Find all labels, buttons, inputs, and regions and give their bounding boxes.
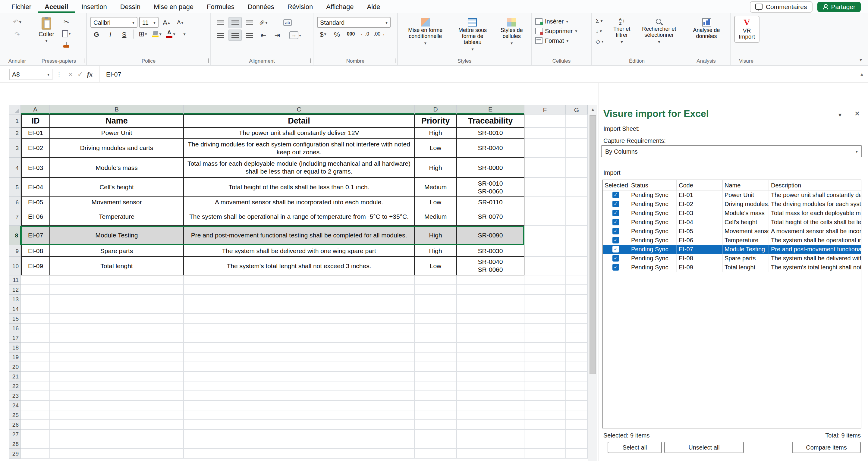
tab-formules[interactable]: Formules bbox=[200, 0, 241, 13]
dialog-launcher-icon[interactable] bbox=[391, 58, 396, 63]
conditional-formatting-button[interactable]: Mise en forme conditionnelle ▾ bbox=[401, 16, 450, 53]
empty-cell[interactable] bbox=[184, 381, 415, 391]
column-header-b[interactable]: B bbox=[50, 105, 184, 115]
share-button[interactable]: Partager bbox=[817, 1, 861, 12]
empty-cell[interactable] bbox=[566, 439, 588, 449]
empty-cell[interactable] bbox=[566, 430, 588, 439]
import-row[interactable]: ✓ Pending Sync EI-03 Module's mass Total… bbox=[603, 209, 861, 218]
empty-cell[interactable] bbox=[21, 285, 50, 295]
empty-cell[interactable] bbox=[566, 314, 588, 324]
row-checkbox[interactable]: ✓ bbox=[613, 264, 619, 271]
empty-cell[interactable] bbox=[415, 430, 457, 439]
empty-cell[interactable] bbox=[21, 362, 50, 372]
empty-cell[interactable] bbox=[566, 362, 588, 372]
empty-cell[interactable] bbox=[457, 324, 524, 333]
empty-cell[interactable] bbox=[524, 275, 566, 285]
empty-cell[interactable] bbox=[524, 343, 566, 352]
decrease-decimal-button[interactable]: .00→ bbox=[373, 29, 386, 39]
cell[interactable]: Temperature bbox=[50, 207, 184, 226]
empty-cell[interactable] bbox=[457, 420, 524, 430]
decrease-indent-button[interactable]: ⇤ bbox=[257, 30, 270, 40]
tab-aide[interactable]: Aide bbox=[361, 0, 387, 13]
tab-affichage[interactable]: Affichage bbox=[319, 0, 360, 13]
empty-cell[interactable] bbox=[21, 439, 50, 449]
cell[interactable]: Total lenght bbox=[50, 257, 184, 275]
empty-cell[interactable] bbox=[184, 439, 415, 449]
scrollbar-thumb[interactable] bbox=[590, 115, 596, 374]
empty-cell[interactable] bbox=[566, 139, 588, 158]
row-header[interactable]: 24 bbox=[9, 401, 21, 410]
row-header[interactable]: 19 bbox=[9, 352, 21, 362]
empty-cell[interactable] bbox=[184, 324, 415, 333]
empty-cell[interactable] bbox=[415, 381, 457, 391]
empty-cell[interactable] bbox=[566, 449, 588, 459]
import-row[interactable]: ✓ Pending Sync EI-04 Cell's height Total… bbox=[603, 218, 861, 226]
increase-decimal-button[interactable]: ←.0 bbox=[359, 29, 371, 39]
empty-cell[interactable] bbox=[50, 410, 184, 420]
empty-cell[interactable] bbox=[524, 381, 566, 391]
empty-cell[interactable] bbox=[184, 372, 415, 381]
row-checkbox[interactable]: ✓ bbox=[613, 246, 619, 252]
cell[interactable]: SR-0030 bbox=[457, 245, 524, 257]
empty-cell[interactable] bbox=[184, 410, 415, 420]
select-all-corner[interactable] bbox=[9, 105, 21, 115]
cell[interactable]: SR-0010 bbox=[457, 128, 524, 139]
row-header[interactable]: 20 bbox=[9, 362, 21, 372]
row-checkbox[interactable]: ✓ bbox=[613, 219, 619, 225]
empty-cell[interactable] bbox=[524, 420, 566, 430]
empty-cell[interactable] bbox=[524, 352, 566, 362]
empty-cell[interactable] bbox=[524, 449, 566, 459]
empty-cell[interactable] bbox=[50, 381, 184, 391]
increase-indent-button[interactable]: ⇥ bbox=[271, 30, 283, 40]
empty-cell[interactable] bbox=[184, 401, 415, 410]
empty-cell[interactable] bbox=[457, 430, 524, 439]
cell[interactable]: Driving modules and carts bbox=[50, 139, 184, 158]
empty-cell[interactable] bbox=[566, 285, 588, 295]
row-header[interactable]: 12 bbox=[9, 285, 21, 295]
row-header[interactable]: 14 bbox=[9, 304, 21, 314]
empty-cell[interactable] bbox=[184, 285, 415, 295]
cell[interactable]: The power unit shall constantly deliver … bbox=[184, 128, 415, 139]
empty-cell[interactable] bbox=[524, 304, 566, 314]
row-header[interactable]: 26 bbox=[9, 420, 21, 430]
empty-cell[interactable] bbox=[50, 430, 184, 439]
empty-cell[interactable] bbox=[21, 372, 50, 381]
empty-cell[interactable] bbox=[184, 352, 415, 362]
empty-cell[interactable] bbox=[415, 275, 457, 285]
autosum-button[interactable]: Σ▾ bbox=[595, 16, 603, 25]
cell[interactable]: High bbox=[415, 226, 457, 245]
column-header-f[interactable]: F bbox=[524, 105, 566, 115]
empty-cell[interactable] bbox=[457, 401, 524, 410]
empty-cell[interactable] bbox=[184, 295, 415, 304]
cell[interactable]: High bbox=[415, 128, 457, 139]
comments-button[interactable]: Commentaires bbox=[750, 1, 812, 12]
empty-cell[interactable] bbox=[415, 391, 457, 401]
empty-cell[interactable] bbox=[50, 314, 184, 324]
empty-cell[interactable] bbox=[524, 430, 566, 439]
row-checkbox[interactable]: ✓ bbox=[613, 192, 619, 198]
shrink-font-button[interactable]: A▾ bbox=[174, 17, 186, 27]
orientation-button[interactable]: ab▾ bbox=[257, 18, 270, 28]
row-header[interactable]: 5 bbox=[9, 178, 21, 197]
empty-cell[interactable] bbox=[457, 372, 524, 381]
scroll-up-arrow-icon[interactable]: ▲ bbox=[588, 105, 597, 114]
empty-cell[interactable] bbox=[524, 372, 566, 381]
empty-cell[interactable] bbox=[415, 410, 457, 420]
empty-cell[interactable] bbox=[21, 352, 50, 362]
empty-cell[interactable] bbox=[524, 295, 566, 304]
delete-cells-button[interactable]: Supprimer▾ bbox=[535, 26, 588, 36]
empty-cell[interactable] bbox=[524, 226, 566, 245]
row-header[interactable]: 3 bbox=[9, 139, 21, 158]
merge-center-button[interactable]: ↔▾ bbox=[288, 30, 302, 40]
cell[interactable]: Traceability bbox=[457, 115, 524, 128]
empty-cell[interactable] bbox=[50, 401, 184, 410]
vertical-scrollbar[interactable]: ▲ bbox=[588, 105, 597, 461]
row-header[interactable]: 29 bbox=[9, 449, 21, 459]
cell[interactable]: EI-03 bbox=[21, 158, 50, 178]
cell[interactable]: EI-08 bbox=[21, 245, 50, 257]
row-header[interactable]: 8 bbox=[9, 226, 21, 245]
cell[interactable]: Priority bbox=[415, 115, 457, 128]
cell[interactable]: SR-0110 bbox=[457, 197, 524, 207]
undo-button[interactable]: ↶▾ bbox=[11, 17, 23, 27]
cell[interactable]: Total mass for each deployable module (i… bbox=[184, 158, 415, 178]
